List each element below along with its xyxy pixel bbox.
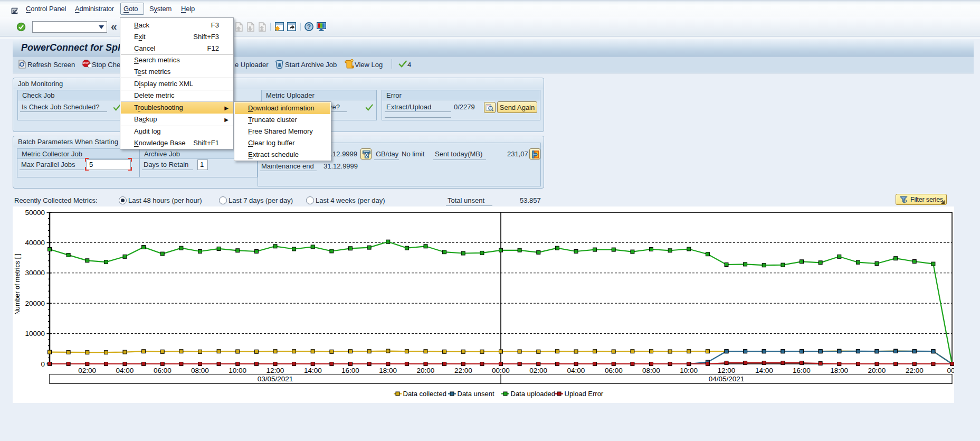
svg-text:12:00: 12:00 — [267, 367, 284, 374]
svg-text:12:00: 12:00 — [718, 367, 736, 374]
svg-text:Data collected: Data collected — [403, 390, 446, 398]
svg-text:04:00: 04:00 — [567, 367, 585, 374]
svg-text:00:: 00: — [947, 367, 954, 374]
svg-text:30000: 30000 — [25, 269, 45, 277]
svg-text:03/05/2021: 03/05/2021 — [258, 375, 293, 383]
svg-text:20:00: 20:00 — [868, 367, 886, 374]
svg-text:06:00: 06:00 — [154, 367, 172, 374]
svg-text:10000: 10000 — [25, 330, 45, 337]
svg-text:08:00: 08:00 — [642, 367, 660, 374]
svg-text:0: 0 — [41, 360, 45, 368]
svg-text:Data uploaded: Data uploaded — [511, 390, 556, 398]
svg-text:02:00: 02:00 — [529, 367, 547, 374]
svg-text:00:00: 00:00 — [492, 367, 510, 374]
svg-text:10:00: 10:00 — [680, 367, 698, 374]
svg-text:40000: 40000 — [25, 239, 45, 247]
svg-text:06:00: 06:00 — [605, 367, 623, 374]
svg-text:08:00: 08:00 — [191, 367, 209, 374]
svg-text:20:00: 20:00 — [417, 367, 435, 374]
svg-text:Number of metrics [ ]: Number of metrics [ ] — [14, 254, 21, 315]
svg-text:02:00: 02:00 — [78, 367, 96, 374]
svg-text:04/05/2021: 04/05/2021 — [709, 375, 745, 383]
svg-text:18:00: 18:00 — [830, 367, 848, 374]
svg-text:?: ? — [307, 23, 311, 31]
svg-text:04:00: 04:00 — [116, 367, 134, 374]
svg-text:22:00: 22:00 — [906, 367, 924, 374]
svg-text:14:00: 14:00 — [755, 367, 773, 374]
svg-text:STOP: STOP — [82, 62, 89, 64]
svg-text:22:00: 22:00 — [454, 367, 472, 374]
svg-text:16:00: 16:00 — [341, 367, 359, 374]
svg-text:14:00: 14:00 — [304, 367, 322, 374]
svg-text:50000: 50000 — [25, 209, 45, 217]
svg-text:Data unsent: Data unsent — [458, 390, 494, 398]
svg-text:20000: 20000 — [25, 299, 45, 307]
svg-text:Upload Error: Upload Error — [565, 390, 604, 398]
svg-text:16:00: 16:00 — [793, 367, 811, 374]
svg-text:10:00: 10:00 — [229, 367, 246, 374]
svg-text:18:00: 18:00 — [379, 367, 397, 374]
